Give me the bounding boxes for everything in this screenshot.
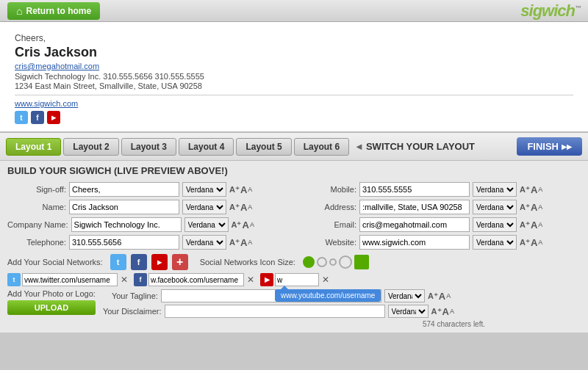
font-size-big-3[interactable]: A bbox=[243, 220, 249, 231]
preview-area: Cheers, Cris Jackson cris@megahotmail.co… bbox=[0, 22, 588, 133]
address-input[interactable] bbox=[359, 200, 470, 214]
facebook-url-input[interactable] bbox=[148, 273, 244, 286]
layout-5-button[interactable]: Layout 5 bbox=[236, 138, 291, 156]
website-input[interactable] bbox=[359, 235, 470, 250]
sign-off-label: Sign-off: bbox=[7, 185, 66, 194]
tagline-font-small[interactable]: A bbox=[446, 292, 451, 300]
icon-size-medium[interactable] bbox=[339, 255, 352, 269]
disclaimer-font-big[interactable]: A bbox=[442, 306, 449, 317]
add-facebook-button[interactable]: f bbox=[131, 254, 147, 270]
font-size-big-5[interactable]: A bbox=[531, 184, 537, 195]
email-label: Email: bbox=[298, 220, 356, 229]
disclaimer-font-select[interactable]: Verdana bbox=[388, 305, 429, 318]
font-size-up-1[interactable]: A⁺ bbox=[229, 185, 240, 195]
char-count: 574 characters left. bbox=[423, 320, 485, 328]
add-twitter-button[interactable]: t bbox=[110, 254, 126, 270]
mobile-font-controls: A⁺ A A bbox=[520, 184, 542, 195]
font-size-up-8[interactable]: A⁺ bbox=[520, 238, 530, 247]
font-size-up-2[interactable]: A⁺ bbox=[229, 203, 240, 212]
tagline-label: Your Tagline: bbox=[103, 291, 158, 300]
font-size-big-2[interactable]: A bbox=[240, 202, 247, 213]
icon-size-small[interactable] bbox=[303, 256, 315, 268]
font-size-up-7[interactable]: A⁺ bbox=[520, 220, 530, 230]
logo: sigwich™ bbox=[520, 1, 581, 21]
font-size-big-8[interactable]: A bbox=[531, 237, 537, 248]
remove-youtube-button[interactable]: ✕ bbox=[320, 275, 331, 285]
telephone-font-controls: A⁺ A A bbox=[229, 237, 252, 248]
photo-section: Add Your Photo or Logo: UPLOAD bbox=[7, 289, 96, 315]
font-size-big-7[interactable]: A bbox=[531, 220, 537, 231]
font-size-small-6[interactable]: A bbox=[538, 203, 542, 211]
name-label: Name: bbox=[7, 203, 66, 211]
finish-button[interactable]: FINISH bbox=[517, 137, 582, 156]
sign-off-row: Sign-off: Verdana A⁺ A A bbox=[7, 182, 290, 197]
layout-1-button[interactable]: Layout 1 bbox=[6, 138, 61, 156]
font-size-up-3[interactable]: A⁺ bbox=[232, 220, 242, 230]
font-size-small-3[interactable]: A bbox=[250, 221, 254, 228]
layout-3-button[interactable]: Layout 3 bbox=[121, 138, 176, 156]
font-size-small-2[interactable]: A bbox=[248, 203, 252, 211]
icon-size-large[interactable] bbox=[354, 255, 369, 269]
font-size-big-1[interactable]: A bbox=[240, 184, 247, 195]
email-input[interactable] bbox=[359, 217, 470, 232]
preview-email: cris@megahotmail.com bbox=[15, 62, 573, 70]
youtube-url-input[interactable] bbox=[275, 273, 319, 286]
email-font-controls: A⁺ A A bbox=[520, 220, 542, 231]
disclaimer-input[interactable] bbox=[165, 305, 385, 318]
mobile-font-select[interactable]: Verdana bbox=[473, 182, 517, 197]
email-font-select[interactable]: Verdana bbox=[473, 217, 517, 232]
font-size-big-4[interactable]: A bbox=[240, 237, 247, 248]
address-font-select[interactable]: Verdana bbox=[473, 200, 517, 214]
telephone-input[interactable] bbox=[69, 235, 179, 250]
add-youtube-button[interactable]: ▶ bbox=[151, 254, 168, 270]
add-more-social-button[interactable]: + bbox=[172, 254, 188, 270]
upload-button[interactable]: UPLOAD bbox=[7, 300, 96, 315]
disclaimer-font-small[interactable]: A bbox=[450, 308, 454, 315]
mobile-input[interactable] bbox=[359, 182, 470, 197]
font-size-up-5[interactable]: A⁺ bbox=[520, 185, 530, 195]
twitter-url-input[interactable] bbox=[22, 273, 118, 286]
return-to-home-button[interactable]: Return to home bbox=[7, 2, 100, 20]
company-input[interactable] bbox=[71, 217, 182, 232]
social-networks-row: Add Your Social Networks: t f ▶ + Social… bbox=[7, 254, 581, 270]
icon-size-xsmall[interactable] bbox=[317, 257, 327, 267]
layout-bar: Layout 1 Layout 2 Layout 3 Layout 4 Layo… bbox=[0, 133, 588, 161]
preview-address: 1234 East Main Street, Smallville, State… bbox=[15, 81, 573, 90]
telephone-font-select[interactable]: Verdana bbox=[182, 235, 226, 250]
website-font-controls: A⁺ A A bbox=[520, 237, 542, 248]
mobile-row: Mobile: Verdana A⁺ A A bbox=[298, 182, 581, 197]
logo-text: sig bbox=[520, 1, 542, 20]
company-font-select[interactable]: Verdana bbox=[184, 217, 229, 232]
tagline-font-big[interactable]: A bbox=[439, 291, 445, 302]
remove-twitter-button[interactable]: ✕ bbox=[119, 275, 129, 285]
preview-twitter-icon: t bbox=[15, 111, 28, 124]
layout-4-button[interactable]: Layout 4 bbox=[179, 138, 234, 156]
sign-off-font-select[interactable]: Verdana bbox=[182, 182, 226, 197]
address-label: Address: bbox=[298, 203, 356, 211]
font-size-up-4[interactable]: A⁺ bbox=[229, 238, 240, 247]
layout-2-button[interactable]: Layout 2 bbox=[63, 138, 118, 156]
facebook-icon: f bbox=[134, 273, 147, 286]
font-size-small-1[interactable]: A bbox=[248, 186, 252, 193]
font-size-small-5[interactable]: A bbox=[538, 186, 542, 193]
font-size-small-4[interactable]: A bbox=[248, 239, 252, 246]
tagline-font-up[interactable]: A⁺ bbox=[428, 291, 438, 301]
social-add-label: Add Your Social Networks: bbox=[7, 258, 103, 266]
name-input[interactable] bbox=[69, 200, 179, 214]
disclaimer-font-up[interactable]: A⁺ bbox=[431, 307, 442, 316]
font-size-small-7[interactable]: A bbox=[538, 221, 542, 228]
preview-greeting: Cheers, bbox=[15, 33, 573, 43]
email-row: Email: Verdana A⁺ A A bbox=[298, 217, 581, 232]
font-size-small-8[interactable]: A bbox=[538, 239, 542, 246]
remove-facebook-button[interactable]: ✕ bbox=[245, 275, 256, 285]
sign-off-input[interactable] bbox=[69, 182, 179, 197]
photo-label: Add Your Photo or Logo: bbox=[7, 289, 96, 298]
tagline-font-select[interactable]: Verdana bbox=[384, 289, 425, 302]
name-font-select[interactable]: Verdana bbox=[182, 200, 226, 214]
icon-size-xxsmall[interactable] bbox=[329, 258, 337, 266]
font-size-up-6[interactable]: A⁺ bbox=[520, 203, 530, 212]
icon-size-label: Social Networks Icon Size: bbox=[200, 258, 295, 266]
font-size-big-6[interactable]: A bbox=[531, 202, 537, 213]
layout-6-button[interactable]: Layout 6 bbox=[294, 138, 349, 156]
website-font-select[interactable]: Verdana bbox=[473, 235, 517, 250]
